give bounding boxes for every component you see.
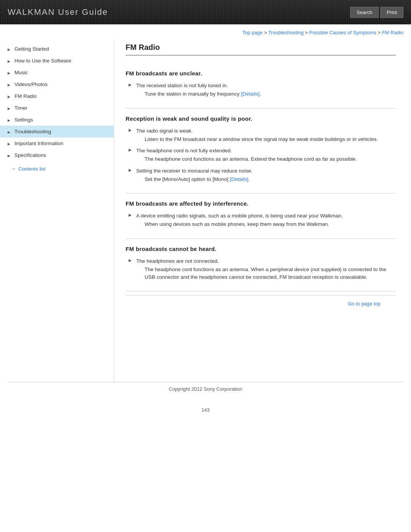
list-item: The headphone cord is not fully extended… — [126, 147, 396, 163]
sidebar-item-how-to-use[interactable]: How to Use the Software — [0, 55, 114, 67]
print-button[interactable]: Print — [380, 7, 403, 18]
section-title-interference: FM broadcasts are affected by interferen… — [126, 200, 396, 207]
section-title-weak: Reception is weak and sound quality is p… — [126, 115, 396, 122]
list-item: The received station is not fully tuned … — [126, 82, 396, 98]
bullet-icon — [129, 83, 134, 87]
search-button[interactable]: Search — [350, 7, 379, 18]
breadcrumb-sep3: > — [378, 30, 382, 35]
bullet-content: The radio signal is weak. Listen to the … — [136, 127, 378, 144]
sidebar-label-videos-photos: Videos/Photos — [14, 81, 48, 87]
bullet-icon — [129, 148, 134, 152]
bullet-text: Setting the receiver to monaural may red… — [136, 167, 252, 175]
sidebar-item-specifications[interactable]: Specifications — [0, 149, 114, 161]
details-link-1[interactable]: [Details] — [241, 91, 260, 97]
chevron-right-icon — [8, 71, 11, 75]
list-item: Setting the receiver to monaural may red… — [126, 167, 396, 184]
section-title-unclear: FM broadcasts are unclear. — [126, 70, 396, 77]
sub-text: When using devices such as mobile phones… — [136, 220, 343, 228]
copyright: Copyright 2012 Sony Corporation — [0, 382, 411, 403]
bullet-content: A device emitting radio signals, such as… — [136, 212, 343, 228]
sidebar-label-settings: Settings — [14, 117, 33, 123]
chevron-right-icon — [8, 130, 11, 134]
section-interference: FM broadcasts are affected by interferen… — [126, 193, 396, 239]
bullet-icon — [129, 168, 134, 172]
chevron-right-icon — [8, 118, 11, 122]
bullet-text: The radio signal is weak. — [136, 127, 378, 135]
header-buttons: Search Print — [350, 7, 403, 18]
bullet-icon — [129, 258, 134, 262]
page-title-section: FM Radio — [126, 43, 396, 56]
bullet-icon — [129, 213, 134, 217]
sidebar: Getting Started How to Use the Software … — [0, 39, 114, 382]
list-item: A device emitting radio signals, such as… — [126, 212, 396, 228]
section-unclear: FM broadcasts are unclear. The received … — [126, 63, 396, 109]
breadcrumb-fm-radio[interactable]: FM Radio — [382, 30, 403, 35]
sidebar-label-music: Music — [14, 70, 28, 75]
chevron-right-icon — [8, 106, 11, 110]
contents-list-link[interactable]: Contents list — [0, 161, 114, 175]
go-to-top-link[interactable]: Go to page top — [348, 301, 381, 307]
bullet-content: The headphones are not connected. The he… — [136, 257, 396, 281]
sidebar-item-videos-photos[interactable]: Videos/Photos — [0, 78, 114, 90]
contents-list-label: Contents list — [18, 166, 46, 172]
chevron-right-icon — [8, 47, 11, 51]
bullet-content: The received station is not fully tuned … — [136, 82, 261, 98]
breadcrumb-possible-causes[interactable]: Possible Causes of Symptoms — [309, 30, 376, 35]
list-item: The radio signal is weak. Listen to the … — [126, 127, 396, 144]
section-cannot-hear: FM broadcasts cannot be heard. The headp… — [126, 239, 396, 292]
section-title-cannot-hear: FM broadcasts cannot be heard. — [126, 246, 396, 252]
sub-text: Listen to the FM broadcast near a window… — [136, 136, 378, 143]
breadcrumb-troubleshooting[interactable]: Troubleshooting — [268, 30, 304, 35]
sidebar-label-fm-radio: FM Radio — [14, 93, 37, 99]
bullet-content: Setting the receiver to monaural may red… — [136, 167, 252, 184]
app-title-walkman: WALKMAN — [8, 7, 55, 17]
breadcrumb-top[interactable]: Top page — [242, 30, 263, 35]
sidebar-label-specifications: Specifications — [14, 152, 46, 158]
sub-text: Tune the station in manually by frequenc… — [136, 90, 261, 98]
bullet-text: The headphones are not connected. — [136, 257, 396, 265]
sidebar-label-how-to-use: How to Use the Software — [14, 58, 71, 64]
list-item: The headphones are not connected. The he… — [126, 257, 396, 281]
bullet-content: The headphone cord is not fully extended… — [136, 147, 357, 163]
app-title-guide: User Guide — [55, 7, 108, 17]
page-title: FM Radio — [126, 43, 396, 52]
sub-text: Set the [Mono/Auto] option to [Mono] [De… — [136, 176, 252, 183]
sidebar-label-troubleshooting: Troubleshooting — [14, 129, 51, 134]
chevron-right-icon — [8, 83, 11, 86]
bullet-text: The headphone cord is not fully extended… — [136, 147, 357, 155]
bullet-icon — [129, 128, 134, 132]
chevron-right-icon — [8, 153, 11, 157]
sidebar-label-getting-started: Getting Started — [14, 46, 49, 52]
sidebar-item-troubleshooting[interactable]: Troubleshooting — [0, 126, 114, 137]
sidebar-item-timer[interactable]: Timer — [0, 102, 114, 114]
details-link-2[interactable]: [Details] — [230, 176, 249, 182]
breadcrumb-sep1: > — [264, 30, 268, 35]
section-weak-reception: Reception is weak and sound quality is p… — [126, 109, 396, 194]
sidebar-item-settings[interactable]: Settings — [0, 114, 114, 126]
header: WALKMAN User Guide Search Print — [0, 0, 411, 24]
sidebar-label-important-info: Important Information — [14, 141, 63, 146]
breadcrumb: Top page > Troubleshooting > Possible Ca… — [0, 24, 411, 39]
sub-text: The headphone cord functions as an anten… — [136, 266, 396, 281]
sidebar-item-getting-started[interactable]: Getting Started — [0, 43, 114, 55]
page-number: 143 — [0, 403, 411, 417]
footer-nav: Go to page top — [126, 295, 396, 309]
app-title: WALKMAN User Guide — [8, 7, 108, 17]
sidebar-label-timer: Timer — [14, 105, 27, 111]
breadcrumb-sep2: > — [305, 30, 309, 35]
chevron-right-icon — [8, 94, 11, 98]
bullet-text: A device emitting radio signals, such as… — [136, 212, 343, 220]
main-layout: Getting Started How to Use the Software … — [0, 39, 411, 382]
content-area: FM Radio FM broadcasts are unclear. The … — [114, 39, 411, 382]
bullet-text: The received station is not fully tuned … — [136, 82, 261, 89]
chevron-right-icon — [8, 142, 11, 145]
sidebar-item-fm-radio[interactable]: FM Radio — [0, 90, 114, 102]
chevron-right-icon — [8, 59, 11, 63]
sidebar-item-music[interactable]: Music — [0, 67, 114, 78]
sub-text: The headphone cord functions as an anten… — [136, 155, 357, 163]
sidebar-item-important-info[interactable]: Important Information — [0, 137, 114, 149]
